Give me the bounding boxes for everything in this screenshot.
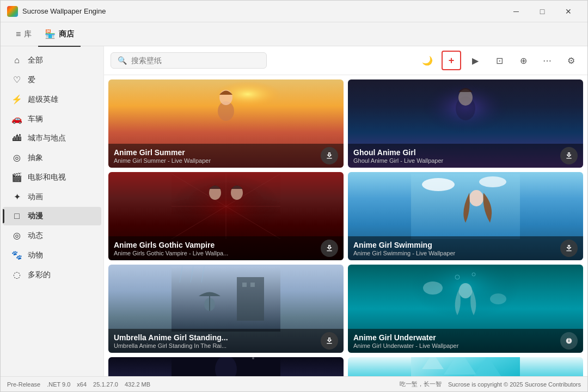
wallpaper-card-ghoul[interactable]: Ghoul Anime Girl Ghoul Anime Girl - Live… (348, 79, 583, 168)
wallpaper-card-swimming[interactable]: Anime Girl Swimming Anime Girl Swimming … (348, 172, 583, 260)
status-badge: Pre-Release (7, 381, 40, 388)
card-info-underwater: Anime Girl Underwater Anime Girl Underwa… (348, 329, 583, 353)
sidebar-item-all[interactable]: ⌂ 全部 (3, 51, 101, 70)
sidebar-label-all: 全部 (28, 56, 43, 65)
sidebar-item-manga[interactable]: □ 动漫 (3, 207, 101, 225)
card-art-underwater (348, 265, 583, 333)
download-swimming[interactable] (560, 240, 578, 257)
close-button[interactable]: ✕ (556, 3, 581, 20)
download-gothic[interactable] (321, 240, 338, 257)
animation-icon: ✦ (11, 192, 22, 202)
wallpaper-card-anime-summer[interactable]: Anime Girl Summer Anime Girl Summer - Li… (108, 79, 344, 168)
svg-point-15 (479, 176, 506, 187)
sidebar-item-abstract[interactable]: ◎ 抽象 (3, 148, 101, 167)
search-icon: 🔍 (118, 56, 127, 65)
superhero-icon: ⚡ (11, 94, 22, 105)
card-subtitle-summer: Anime Girl Summer - Live Wallpaper (114, 157, 321, 164)
card-title-summer: Anime Girl Summer (114, 148, 321, 157)
home-icon: ⌂ (11, 56, 22, 65)
sidebar-item-colorful[interactable]: ◌ 多彩的 (3, 265, 101, 284)
status-right: 吃一堑，长一智 Sucrose is copyright © 2025 Sucr… (400, 380, 581, 388)
svg-point-29 (459, 283, 472, 298)
card-title-ghoul: Ghoul Anime Girl (353, 148, 560, 157)
status-dotnet: .NET 9.0 (47, 381, 70, 388)
filter-button[interactable]: ⊕ (513, 51, 533, 70)
card-subtitle-ghoul: Ghoul Anime Girl - Live Wallpaper (353, 157, 560, 164)
search-input[interactable] (131, 56, 260, 65)
animal-icon: 🐾 (11, 250, 22, 260)
library-label: 库 (24, 29, 32, 39)
card-title-umbrella: Umbrella Anime Girl Standing... (114, 333, 321, 342)
wallpaper-card-bottom1[interactable] (108, 357, 344, 376)
sidebar-label-colorful: 多彩的 (28, 270, 51, 280)
wallpaper-grid: Anime Girl Summer Anime Girl Summer - Li… (104, 75, 587, 376)
card-info-summer: Anime Girl Summer Anime Girl Summer - Li… (108, 144, 344, 168)
play-button[interactable]: ▶ (465, 51, 485, 70)
sidebar-label-animal: 动物 (28, 250, 43, 260)
sidebar-item-animation[interactable]: ✦ 动画 (3, 187, 101, 206)
sidebar-label-dynamic: 动态 (28, 231, 43, 241)
svg-point-36 (252, 357, 254, 359)
minimize-button[interactable]: ─ (504, 3, 529, 20)
monitor-button[interactable]: ⊡ (489, 51, 509, 70)
settings-button[interactable]: ⚙ (561, 51, 581, 70)
card-art-umbrella (108, 265, 344, 333)
download-underwater[interactable] (560, 332, 578, 350)
shop-label: 商店 (59, 29, 74, 39)
sidebar-label-abstract: 抽象 (28, 153, 43, 163)
sidebar-item-city[interactable]: 🏙 城市与地点 (3, 129, 101, 148)
moon-button[interactable]: 🌙 (418, 51, 437, 70)
wallpaper-card-gothic[interactable]: Anime Girls Gothic Vampire Anime Girls G… (108, 172, 344, 260)
sidebar-item-superhero[interactable]: ⚡ 超级英雄 (3, 90, 101, 109)
sidebar-item-movie[interactable]: 🎬 电影和电视 (3, 168, 101, 187)
card-art-gothic (108, 172, 344, 241)
wallpaper-card-umbrella[interactable]: Umbrella Anime Girl Standing... Umbrella… (108, 265, 344, 353)
sidebar-item-vehicle[interactable]: 🚗 车辆 (3, 109, 101, 128)
card-title-gothic: Anime Girls Gothic Vampire (114, 241, 321, 249)
status-bar: Pre-Release .NET 9.0 x64 25.1.27.0 432.2… (1, 376, 587, 391)
title-bar-left: Sucrose Wallpaper Engine (7, 6, 106, 17)
card-title-swimming: Anime Girl Swimming (353, 241, 560, 249)
nav-bar: ≡ 库 🏪 商店 (1, 22, 587, 46)
card-subtitle-gothic: Anime Girls Gothic Vampire - Live Wallpa… (114, 250, 321, 256)
download-umbrella[interactable] (321, 332, 338, 350)
status-left: Pre-Release .NET 9.0 x64 25.1.27.0 432.2… (7, 381, 150, 388)
wallpaper-card-bottom2[interactable] (348, 357, 583, 376)
card-info-ghoul: Ghoul Anime Girl Ghoul Anime Girl - Live… (348, 144, 583, 168)
sidebar-label-superhero: 超级英雄 (28, 95, 58, 105)
card-art-bottom1 (108, 357, 344, 376)
sidebar-item-love[interactable]: ♡ 爱 (3, 70, 101, 89)
card-info-swimming: Anime Girl Swimming Anime Girl Swimming … (348, 236, 583, 260)
download-summer[interactable] (321, 147, 338, 164)
card-title-underwater: Anime Girl Underwater (353, 333, 560, 342)
card-subtitle-umbrella: Umbrella Anime Girl Standing In The Rai.… (114, 342, 321, 349)
tab-library[interactable]: ≡ 库 (9, 26, 38, 42)
abstract-icon: ◎ (11, 152, 22, 163)
download-ghoul[interactable] (560, 147, 578, 164)
status-arch: x64 (77, 381, 87, 388)
search-box[interactable]: 🔍 (111, 52, 267, 69)
heart-icon: ♡ (11, 75, 22, 85)
wallpaper-card-underwater[interactable]: Anime Girl Underwater Anime Girl Underwa… (348, 265, 583, 353)
card-art-summer (108, 79, 344, 148)
svg-point-27 (423, 281, 443, 295)
app-title: Sucrose Wallpaper Engine (22, 7, 106, 15)
svg-point-33 (215, 357, 237, 376)
vehicle-icon: 🚗 (11, 114, 22, 124)
sidebar-label-animation: 动画 (28, 192, 43, 202)
svg-point-14 (422, 178, 455, 191)
more-button[interactable]: ⋯ (537, 51, 557, 70)
status-size: 432.2 MB (125, 381, 150, 388)
main-content: ⌂ 全部 ♡ 爱 ⚡ 超级英雄 🚗 车辆 🏙 城市与地点 ◎ 抽象 🎬 电影和电… (1, 46, 587, 376)
status-version: 25.1.27.0 (93, 381, 118, 388)
tab-shop[interactable]: 🏪 商店 (38, 26, 81, 42)
sidebar-item-dynamic[interactable]: ◎ 动态 (3, 226, 101, 245)
library-icon: ≡ (16, 29, 21, 39)
add-button[interactable]: + (442, 51, 461, 70)
sidebar-item-animal[interactable]: 🐾 动物 (3, 246, 101, 265)
sidebar-label-city: 城市与地点 (28, 133, 66, 143)
status-copyright: Sucrose is copyright © 2025 Sucrose Cont… (448, 381, 581, 388)
card-info-umbrella: Umbrella Anime Girl Standing... Umbrella… (108, 329, 344, 353)
maximize-button[interactable]: □ (530, 3, 555, 20)
card-art-bottom2 (348, 357, 583, 376)
